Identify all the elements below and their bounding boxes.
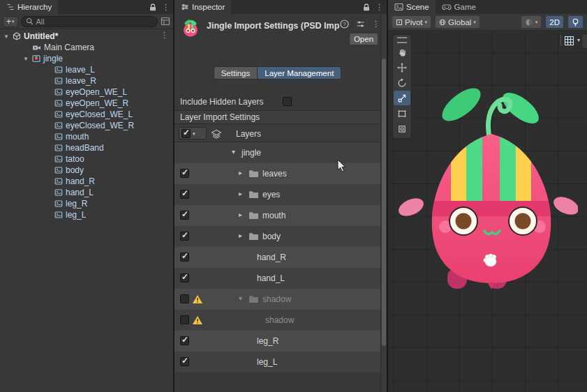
tree-row-child[interactable]: eyeOpen_WE_L (0, 86, 173, 98)
tree-row-child[interactable]: headBand (0, 142, 173, 153)
hierarchy-tree: ▾ Untitled* ⋮ Main Camera ▾ jingle leave… (0, 31, 173, 392)
tree-row-child[interactable]: hand_L (0, 187, 173, 198)
scene-lighting-button[interactable] (567, 15, 584, 29)
layer-row-eyes[interactable]: ✓ ▸ eyes (174, 184, 380, 205)
tab-game[interactable]: Game (436, 0, 482, 14)
tab-layer-management[interactable]: Layer Management (257, 66, 341, 80)
chevron-down-icon[interactable]: ▾ (3, 33, 10, 40)
view-options-dropdown[interactable]: ▾ (521, 15, 542, 29)
presets-icon[interactable] (356, 20, 365, 29)
tree-row-child[interactable]: leg_R (0, 198, 173, 209)
layer-checkbox[interactable]: ✓ (180, 252, 189, 262)
layer-checkbox[interactable]: ✓ (180, 336, 189, 345)
chevron-right-icon[interactable]: ▸ (239, 190, 242, 197)
move-tool[interactable] (394, 60, 410, 75)
chevron-down-icon[interactable]: ▾ (239, 294, 242, 302)
tree-row-child[interactable]: body (0, 165, 173, 176)
toggle-all-dropdown[interactable]: ✓ ▾ (179, 127, 207, 140)
camera-icon (32, 43, 41, 52)
layer-row-hand-r[interactable]: ✓ hand_R (174, 247, 380, 268)
create-object-button[interactable]: +▾ (3, 16, 18, 27)
layer-checkbox[interactable]: ✓ (180, 211, 189, 220)
sprite-icon (54, 177, 63, 186)
layer-row-leaves[interactable]: ✓ ▸ leaves (174, 163, 380, 184)
chevron-right-icon[interactable]: ▸ (239, 211, 242, 218)
toggle-2d-button[interactable]: 2D (545, 15, 564, 29)
rotate-tool[interactable] (394, 75, 410, 90)
object-label: leave_L (66, 65, 95, 75)
hand-tool[interactable] (394, 45, 410, 59)
tab-hierarchy[interactable]: Hierarchy (0, 0, 58, 14)
transform-tool[interactable] (394, 121, 410, 136)
tab-scene[interactable]: Scene (388, 0, 436, 14)
tree-row-child[interactable]: leg_L (0, 209, 173, 220)
sprite-icon (54, 110, 63, 119)
global-dropdown[interactable]: Global ▾ (435, 15, 480, 29)
tab-hierarchy-label: Hierarchy (17, 3, 52, 11)
inspector-scrollbar[interactable] (380, 14, 387, 392)
include-hidden-layers-checkbox[interactable] (283, 97, 292, 106)
search-input[interactable]: All (21, 16, 158, 27)
chevron-right-icon[interactable]: ▸ (239, 169, 242, 176)
tab-inspector-label: Inspector (192, 3, 225, 11)
tab-inspector[interactable]: Inspector (174, 0, 231, 14)
rect-tool[interactable] (394, 106, 410, 121)
tree-row-child[interactable]: tatoo (0, 153, 173, 165)
open-button[interactable]: Open (349, 33, 378, 45)
layer-row-mouth[interactable]: ✓ ▸ mouth (174, 205, 380, 226)
scene-toolbar: Pivot ▾ Global ▾ ▾ 2D (388, 14, 587, 31)
scene-viewport[interactable]: ▾ (388, 31, 587, 392)
scene-icon (394, 3, 403, 11)
layer-checkbox[interactable]: ✓ (180, 273, 189, 282)
layer-checkbox[interactable]: ✓ (180, 232, 189, 241)
layer-checkbox[interactable]: ✓ (180, 190, 189, 199)
component-menu-icon[interactable]: ⋮ (372, 20, 380, 28)
tree-row-main-camera[interactable]: Main Camera (0, 42, 173, 53)
scale-tool[interactable] (394, 91, 410, 105)
panel-menu-icon[interactable]: ⋮ (376, 3, 383, 11)
pivot-dropdown[interactable]: Pivot ▾ (392, 15, 431, 29)
layer-row-body[interactable]: ✓ ▸ body (174, 226, 380, 247)
toggle-all-checkbox[interactable]: ✓ (181, 129, 191, 138)
chevron-down-icon[interactable]: ▾ (22, 55, 29, 62)
tree-row-child[interactable]: leave_L (0, 64, 173, 75)
chevron-down-icon: ▾ (535, 20, 538, 24)
lock-icon[interactable] (149, 3, 157, 11)
tab-settings[interactable]: Settings (214, 66, 258, 80)
chevron-right-icon[interactable]: ▸ (239, 232, 242, 239)
docked-overlay-edge[interactable] (581, 33, 587, 49)
tree-row-child[interactable]: eyeClosed_WE_R (0, 120, 173, 131)
hand-cursor (481, 251, 500, 270)
object-label: leave_R (66, 76, 96, 86)
grid-visibility-icon[interactable] (564, 36, 574, 46)
tree-row-child[interactable]: mouth (0, 131, 173, 142)
tree-row-child[interactable]: leave_R (0, 75, 173, 86)
object-label: eyeClosed_WE_R (66, 121, 134, 130)
tree-row-child[interactable]: eyeClosed_WE_L (0, 109, 173, 120)
layer-row-hand-l[interactable]: ✓ hand_L (174, 268, 380, 289)
chevron-down-icon[interactable]: ▾ (577, 38, 580, 43)
layer-checkbox[interactable]: ✓ (180, 357, 189, 366)
layer-checkbox[interactable] (180, 315, 189, 324)
scene-menu-icon[interactable]: ⋮ (161, 31, 168, 39)
tree-row-jingle[interactable]: ▾ jingle (0, 53, 173, 64)
tree-row-child[interactable]: hand_R (0, 176, 173, 187)
object-label: Main Camera (44, 43, 94, 52)
scrollbar-thumb[interactable] (382, 59, 386, 346)
panel-menu-icon[interactable]: ⋮ (162, 3, 170, 11)
search-filter-icon[interactable] (161, 17, 170, 26)
help-icon[interactable]: ? (340, 20, 349, 29)
layer-checkbox[interactable]: ✓ (180, 169, 189, 178)
lock-icon[interactable] (362, 3, 371, 11)
chevron-down-icon[interactable]: ▾ (232, 148, 235, 156)
overlay-drag-handle[interactable] (397, 37, 407, 43)
layer-row-shadow[interactable]: shadow (174, 310, 380, 331)
layer-checkbox[interactable] (180, 294, 189, 303)
tree-row-scene[interactable]: ▾ Untitled* ⋮ (0, 31, 173, 42)
layer-row-shadow-group[interactable]: ▾ shadow (174, 289, 380, 310)
layer-row-jingle[interactable]: ▾ jingle (174, 142, 380, 163)
layer-row-leg-r[interactable]: ✓ leg_R (174, 331, 380, 352)
tree-row-child[interactable]: eyeOpen_WE_R (0, 98, 173, 109)
layer-row-leg-l[interactable]: ✓ leg_L (174, 352, 380, 372)
headband-sprite (426, 201, 559, 216)
